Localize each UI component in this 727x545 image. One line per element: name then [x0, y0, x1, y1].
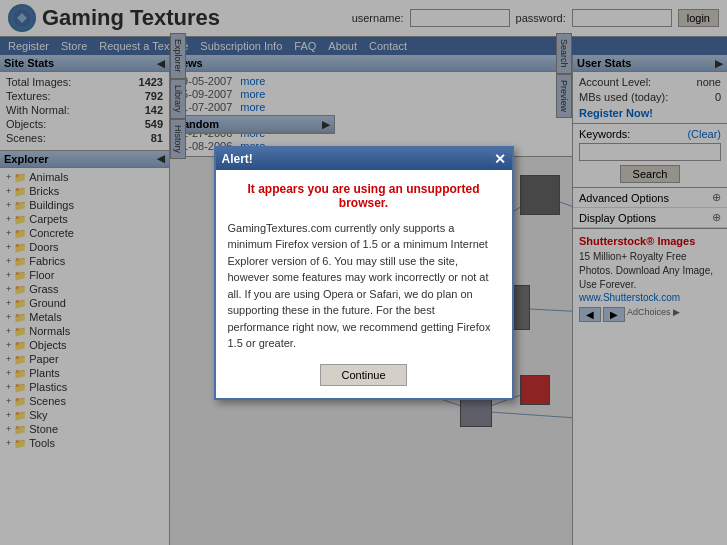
alert-body: It appears you are using an unsupported …	[216, 170, 512, 398]
alert-heading: It appears you are using an unsupported …	[228, 182, 500, 210]
alert-title: Alert!	[222, 152, 253, 166]
alert-dialog: Alert! ✕ It appears you are using an uns…	[214, 146, 514, 400]
continue-button[interactable]: Continue	[320, 364, 406, 386]
alert-overlay: Alert! ✕ It appears you are using an uns…	[0, 0, 727, 545]
alert-close-button[interactable]: ✕	[494, 151, 506, 167]
alert-title-bar: Alert! ✕	[216, 148, 512, 170]
alert-text: GamingTextures.com currently only suppor…	[228, 220, 500, 352]
